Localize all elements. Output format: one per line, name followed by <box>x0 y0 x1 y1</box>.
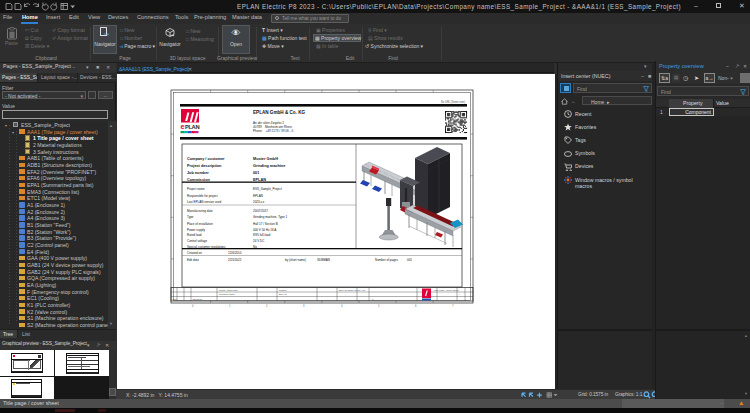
svg-text:+: + <box>459 293 461 296</box>
svg-text:12/6/2010: 12/6/2010 <box>193 298 204 300</box>
svg-text:Project name: Project name <box>187 187 205 191</box>
svg-text:ESS_Sample_Project: ESS_Sample_Project <box>253 187 282 191</box>
svg-text:Job number: Job number <box>187 171 209 175</box>
svg-text:8/95 full-load: 8/95 full-load <box>253 233 271 237</box>
svg-text:Manufacturing date: Manufacturing date <box>187 209 213 213</box>
svg-text:EPLAN GmbH & Co. KG: EPLAN GmbH & Co. KG <box>253 110 305 115</box>
svg-text:7: 7 <box>452 304 454 308</box>
svg-text:Commission: Commission <box>187 178 210 182</box>
svg-text:~: ~ <box>179 298 181 301</box>
svg-text:Control voltage: Control voltage <box>187 239 208 243</box>
svg-text:No URL (Some note): No URL (Some note) <box>441 100 465 104</box>
svg-text:PLAN: PLAN <box>185 124 199 130</box>
svg-text:Phone +49 2173 / 39 06 - 0: Phone +49 2173 / 39 06 - 0 <box>253 129 293 133</box>
svg-text:0: 0 <box>192 304 194 308</box>
svg-text:Created on: Created on <box>187 251 202 255</box>
svg-text:Muster GmbH: Muster GmbH <box>253 157 278 161</box>
svg-text:Grinding mach.: Grinding mach. <box>219 293 236 296</box>
svg-text:1: 1 <box>372 298 374 301</box>
svg-text:2023.x.x: 2023.x.x <box>253 200 265 204</box>
svg-text:EPLAN: EPLAN <box>279 293 287 296</box>
svg-text:3: 3 <box>303 304 305 308</box>
svg-text:=: = <box>459 289 461 292</box>
svg-text:Muster: Muster <box>279 289 287 292</box>
svg-text:No: No <box>253 245 257 249</box>
svg-text:SDBMAN: SDBMAN <box>317 258 330 262</box>
svg-text:Responsible for project: Responsible for project <box>187 194 218 198</box>
svg-text:Hall 17 / Section B: Hall 17 / Section B <box>253 222 278 226</box>
svg-text:24 V DC: 24 V DC <box>253 239 265 243</box>
svg-text:Number of pages: Number of pages <box>375 258 399 262</box>
svg-text:2/25/2022: 2/25/2022 <box>228 258 242 262</box>
svg-text:Title page / cover sheet: Title page / cover sheet <box>434 289 459 292</box>
svg-text:by (short name): by (short name) <box>285 258 306 262</box>
svg-text:12/6/2010: 12/6/2010 <box>228 251 242 255</box>
svg-text:20/07/2017: 20/07/2017 <box>253 209 268 213</box>
svg-text:4: 4 <box>341 304 343 308</box>
svg-text:Date: Date <box>173 298 178 300</box>
svg-text:Grinding machine: Grinding machine <box>253 164 285 168</box>
svg-text:001: 001 <box>407 258 412 262</box>
svg-text:Edit date: Edit date <box>187 258 199 262</box>
svg-text:2: 2 <box>266 304 268 308</box>
svg-text:Special customer regulations: Special customer regulations <box>187 245 226 249</box>
svg-text:5: 5 <box>378 304 380 308</box>
svg-text:1: 1 <box>229 304 231 308</box>
svg-text:EPLAN: EPLAN <box>253 194 263 198</box>
svg-text:Power supply: Power supply <box>187 228 206 232</box>
svg-text:Place of installation: Place of installation <box>187 222 213 226</box>
svg-text:EPLAN: EPLAN <box>253 178 266 182</box>
svg-text:Type: Type <box>187 215 194 219</box>
svg-text:001: 001 <box>253 171 259 175</box>
svg-text:400 V 50 Hz 16 A: 400 V 50 Hz 16 A <box>253 228 276 232</box>
svg-text:Comp. name/add: Comp. name/add <box>219 289 238 292</box>
svg-text:~: ~ <box>193 289 195 292</box>
svg-text:EPLAN GmbH & Co. KG: EPLAN GmbH & Co. KG <box>339 289 365 292</box>
svg-text:Rated load: Rated load <box>187 233 202 237</box>
svg-text:Grinding machine, Type 1: Grinding machine, Type 1 <box>253 215 287 219</box>
svg-text:Last EPLAN version used: Last EPLAN version used <box>187 200 222 204</box>
svg-text:6: 6 <box>415 304 417 308</box>
svg-text:Project description: Project description <box>187 164 222 168</box>
svg-text:Company / customer: Company / customer <box>187 157 225 161</box>
